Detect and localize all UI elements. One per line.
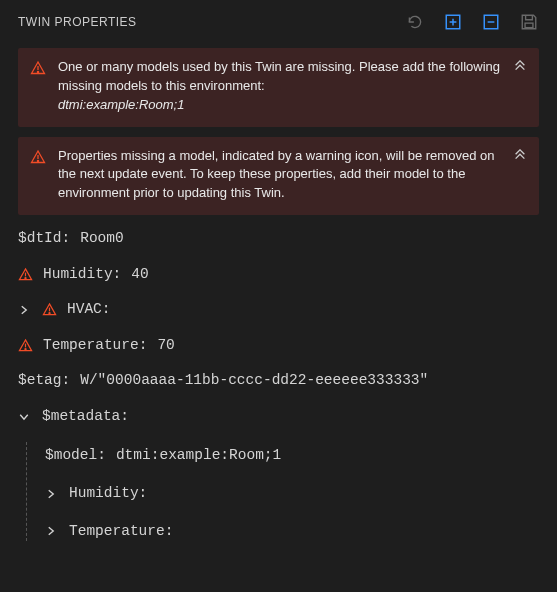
warning-icon xyxy=(18,338,33,353)
property-value: 70 xyxy=(157,336,174,356)
property-key: $metadata: xyxy=(42,407,129,427)
property-meta-humidity[interactable]: Humidity: xyxy=(45,484,539,504)
metadata-children: $model: dtmi:example:Room;1 Humidity: Te xyxy=(26,442,539,541)
svg-point-5 xyxy=(25,278,26,279)
svg-point-3 xyxy=(37,71,38,72)
undo-icon[interactable] xyxy=(405,12,425,32)
property-value: dtmi:example:Room;1 xyxy=(116,446,281,466)
alert-missing-model-id: dtmi:example:Room;1 xyxy=(58,97,184,112)
property-value: 40 xyxy=(131,265,148,285)
panel-header: TWIN PROPERTIES xyxy=(0,0,557,44)
property-key: $dtId: xyxy=(18,229,70,249)
property-key: $etag: xyxy=(18,371,70,391)
property-model[interactable]: $model: dtmi:example:Room;1 xyxy=(45,446,539,466)
property-value: W/"0000aaaa-11bb-cccc-dd22-eeeeee333333" xyxy=(80,371,428,391)
property-temperature[interactable]: Temperature: 70 xyxy=(18,336,539,356)
property-key: Humidity: xyxy=(43,265,121,285)
alert-missing-properties: Properties missing a model, indicated by… xyxy=(18,137,539,216)
panel-title: TWIN PROPERTIES xyxy=(18,15,137,29)
collapse-alert-icon[interactable] xyxy=(513,149,527,163)
property-key: Humidity: xyxy=(69,484,147,504)
alert-message: One or many models used by this Twin are… xyxy=(58,59,500,93)
alert-message: Properties missing a model, indicated by… xyxy=(58,148,494,201)
property-metadata[interactable]: $metadata: xyxy=(18,407,539,427)
warning-icon xyxy=(42,302,57,317)
expand-icon[interactable] xyxy=(443,12,463,32)
chevron-right-icon[interactable] xyxy=(18,304,32,316)
property-key: HVAC: xyxy=(67,300,111,320)
svg-rect-2 xyxy=(525,23,533,28)
collapse-icon[interactable] xyxy=(481,12,501,32)
property-key: $model: xyxy=(45,446,106,466)
property-value: Room0 xyxy=(80,229,124,249)
warning-icon xyxy=(30,149,46,165)
chevron-right-icon[interactable] xyxy=(45,488,59,500)
properties-tree: $dtId: Room0 Humidity: 40 xyxy=(18,229,539,541)
property-key: Temperature: xyxy=(69,522,173,542)
toolbar xyxy=(405,12,539,32)
property-dtid[interactable]: $dtId: Room0 xyxy=(18,229,539,249)
svg-point-4 xyxy=(37,160,38,161)
property-humidity[interactable]: Humidity: 40 xyxy=(18,265,539,285)
svg-point-6 xyxy=(49,313,50,314)
alert-text: One or many models used by this Twin are… xyxy=(58,58,501,115)
property-key: Temperature: xyxy=(43,336,147,356)
panel-content: One or many models used by this Twin are… xyxy=(0,44,557,577)
svg-point-7 xyxy=(25,349,26,350)
alert-text: Properties missing a model, indicated by… xyxy=(58,147,501,204)
chevron-down-icon[interactable] xyxy=(18,411,32,423)
alert-missing-models: One or many models used by this Twin are… xyxy=(18,48,539,127)
collapse-alert-icon[interactable] xyxy=(513,60,527,74)
save-icon[interactable] xyxy=(519,12,539,32)
chevron-right-icon[interactable] xyxy=(45,525,59,537)
property-meta-temperature[interactable]: Temperature: xyxy=(45,522,539,542)
warning-icon xyxy=(18,267,33,282)
warning-icon xyxy=(30,60,46,76)
property-etag[interactable]: $etag: W/"0000aaaa-11bb-cccc-dd22-eeeeee… xyxy=(18,371,539,391)
property-hvac[interactable]: HVAC: xyxy=(18,300,539,320)
